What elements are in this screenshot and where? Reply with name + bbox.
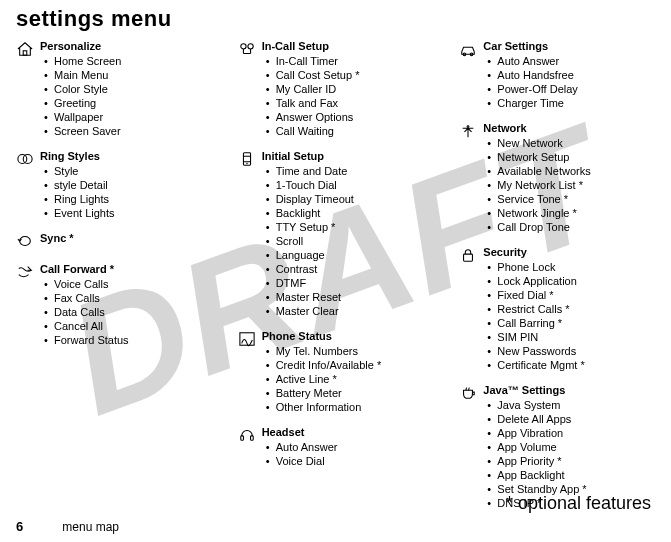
menu-item: Home Screen — [44, 54, 212, 68]
headset-icon — [238, 426, 262, 468]
menu-section: In-Call SetupIn-Call TimerCall Cost Setu… — [238, 40, 434, 138]
menu-item: Greeting — [44, 96, 212, 110]
menu-item: Phone Lock — [487, 260, 655, 274]
svg-rect-8 — [240, 436, 243, 440]
menu-item: Call Drop Tone — [487, 220, 655, 234]
menu-item: App Priority * — [487, 454, 655, 468]
section-items: My Tel. NumbersCredit Info/Available *Ac… — [262, 344, 434, 414]
section-body: Ring StylesStylestyle DetailRing LightsE… — [40, 150, 212, 220]
columns-container: PersonalizeHome ScreenMain MenuColor Sty… — [16, 40, 655, 522]
menu-section: HeadsetAuto AnswerVoice Dial — [238, 426, 434, 468]
menu-item: SIM PIN — [487, 330, 655, 344]
menu-item: Data Calls — [44, 305, 212, 319]
svg-point-12 — [467, 126, 469, 128]
menu-item: Wallpaper — [44, 110, 212, 124]
menu-item: Event Lights — [44, 206, 212, 220]
menu-item: Charger Time — [487, 96, 655, 110]
section-title: Phone Status — [262, 330, 434, 342]
menu-item: Credit Info/Available * — [266, 358, 434, 372]
section-title: Car Settings — [483, 40, 655, 52]
menu-item: DTMF — [266, 276, 434, 290]
section-body: PersonalizeHome ScreenMain MenuColor Sty… — [40, 40, 212, 138]
loop-icon — [16, 232, 40, 251]
car-icon — [459, 40, 483, 110]
section-body: SecurityPhone LockLock ApplicationFixed … — [483, 246, 655, 372]
page-footer: 6 menu map — [16, 519, 119, 534]
svg-point-2 — [23, 155, 32, 164]
section-title: Personalize — [40, 40, 212, 52]
menu-section: Ring StylesStylestyle DetailRing LightsE… — [16, 150, 212, 220]
section-items: Time and Date1-Touch DialDisplay Timeout… — [262, 164, 434, 318]
menu-item: App Vibration — [487, 426, 655, 440]
menu-item: Cancel All — [44, 319, 212, 333]
section-title: Headset — [262, 426, 434, 438]
section-title: Sync * — [40, 232, 212, 244]
section-body: Initial SetupTime and Date1-Touch DialDi… — [262, 150, 434, 318]
menu-item: Lock Application — [487, 274, 655, 288]
menu-item: Network Setup — [487, 150, 655, 164]
section-body: NetworkNew NetworkNetwork SetupAvailable… — [483, 122, 655, 234]
menu-item: Voice Calls — [44, 277, 212, 291]
footer-label: menu map — [62, 520, 119, 534]
forward-icon — [16, 263, 40, 347]
menu-item: App Volume — [487, 440, 655, 454]
menu-item: My Caller ID — [266, 82, 434, 96]
menu-item: Color Style — [44, 82, 212, 96]
menu-section: Phone StatusMy Tel. NumbersCredit Info/A… — [238, 330, 434, 414]
java-icon — [459, 384, 483, 510]
menu-section: Call Forward *Voice CallsFax CallsData C… — [16, 263, 212, 347]
menu-item: App Backlight — [487, 468, 655, 482]
section-title: Initial Setup — [262, 150, 434, 162]
menu-section: Initial SetupTime and Date1-Touch DialDi… — [238, 150, 434, 318]
menu-section: Car SettingsAuto AnswerAuto HandsfreePow… — [459, 40, 655, 110]
menu-item: Certificate Mgmt * — [487, 358, 655, 372]
menu-item: My Network List * — [487, 178, 655, 192]
menu-section: Java™ SettingsJava SystemDelete All Apps… — [459, 384, 655, 510]
menu-item: New Passwords — [487, 344, 655, 358]
page-title: settings menu — [16, 6, 655, 32]
menu-item: Battery Meter — [266, 386, 434, 400]
menu-item: Voice Dial — [266, 454, 434, 468]
menu-item: Service Tone * — [487, 192, 655, 206]
svg-point-1 — [18, 155, 27, 164]
menu-section: Sync * — [16, 232, 212, 251]
svg-rect-13 — [464, 254, 473, 261]
section-title: Ring Styles — [40, 150, 212, 162]
incall-icon — [238, 40, 262, 138]
menu-item: Backlight — [266, 206, 434, 220]
section-body: Sync * — [40, 232, 212, 251]
menu-item: Master Clear — [266, 304, 434, 318]
optional-features-footnote: * optional features — [506, 493, 651, 514]
section-title: Security — [483, 246, 655, 258]
menu-item: style Detail — [44, 178, 212, 192]
menu-item: Main Menu — [44, 68, 212, 82]
menu-item: New Network — [487, 136, 655, 150]
section-body: Car SettingsAuto AnswerAuto HandsfreePow… — [483, 40, 655, 110]
section-items: Auto AnswerAuto HandsfreePower-Off Delay… — [483, 54, 655, 110]
svg-rect-0 — [23, 51, 27, 55]
menu-item: In-Call Timer — [266, 54, 434, 68]
menu-item: TTY Setup * — [266, 220, 434, 234]
menu-item: Call Cost Setup * — [266, 68, 434, 82]
column: Car SettingsAuto AnswerAuto HandsfreePow… — [459, 40, 655, 522]
menu-item: Master Reset — [266, 290, 434, 304]
menu-item: Talk and Fax — [266, 96, 434, 110]
section-title: Java™ Settings — [483, 384, 655, 396]
menu-item: Restrict Calls * — [487, 302, 655, 316]
svg-point-4 — [248, 44, 253, 49]
menu-item: Ring Lights — [44, 192, 212, 206]
svg-rect-9 — [250, 436, 253, 440]
section-items: New NetworkNetwork SetupAvailable Networ… — [483, 136, 655, 234]
menu-item: 1-Touch Dial — [266, 178, 434, 192]
section-body: Java™ SettingsJava SystemDelete All Apps… — [483, 384, 655, 510]
menu-item: Style — [44, 164, 212, 178]
section-body: Call Forward *Voice CallsFax CallsData C… — [40, 263, 212, 347]
status-icon — [238, 330, 262, 414]
menu-item: My Tel. Numbers — [266, 344, 434, 358]
menu-item: Fixed Dial * — [487, 288, 655, 302]
rings-icon — [16, 150, 40, 220]
menu-item: Display Timeout — [266, 192, 434, 206]
menu-item: Answer Options — [266, 110, 434, 124]
svg-point-3 — [240, 44, 245, 49]
section-title: Network — [483, 122, 655, 134]
